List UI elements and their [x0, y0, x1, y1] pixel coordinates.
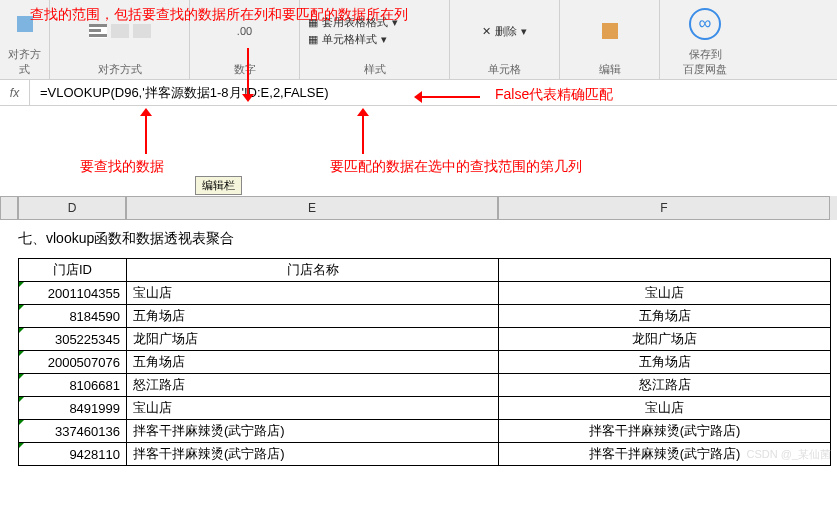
table-row: 8491999宝山店宝山店 — [19, 397, 831, 420]
table-row: 337460136拌客干拌麻辣烫(武宁路店)拌客干拌麻辣烫(武宁路店) — [19, 420, 831, 443]
ribbon-align-label: 对齐方式 — [8, 45, 41, 77]
edit-bar-tooltip: 编辑栏 — [195, 176, 242, 195]
col-header-e[interactable]: E — [126, 196, 498, 220]
ribbon-align2-label: 对齐方式 — [58, 60, 181, 77]
section-title: 七、vlookup函数和数据透视表聚合 — [0, 220, 837, 258]
data-table: 门店ID 门店名称 2001104355宝山店宝山店 8184590五角场店五角… — [18, 258, 831, 466]
table-row: 305225345龙阳广场店龙阳广场店 — [19, 328, 831, 351]
baidu-label: 保存到 百度网盘 — [668, 45, 742, 77]
table-header-row: 门店ID 门店名称 — [19, 259, 831, 282]
column-headers: D E F — [0, 196, 837, 220]
header-name[interactable]: 门店名称 — [127, 259, 499, 282]
col-header-f[interactable]: F — [498, 196, 830, 220]
align-left-icon[interactable] — [89, 24, 107, 38]
ribbon-style-label: 样式 — [308, 60, 441, 77]
delete-icon[interactable]: ✕ — [482, 25, 491, 38]
edit-icon[interactable] — [602, 23, 618, 39]
col-header-d[interactable]: D — [18, 196, 126, 220]
formula-input[interactable]: =VLOOKUP(D96,'拌客源数据1-8月'!D:E,2,FALSE) — [30, 80, 837, 105]
table-row: 8184590五角场店五角场店 — [19, 305, 831, 328]
increase-decimal-icon[interactable]: .00 — [237, 25, 252, 37]
table-row: 2001104355宝山店宝山店 — [19, 282, 831, 305]
annotation-col: 要匹配的数据在选中的查找范围的第几列 — [330, 158, 582, 176]
table-row: 9428110拌客干拌麻辣烫(武宁路店)拌客干拌麻辣烫(武宁路店) — [19, 443, 831, 466]
table-row: 2000507076五角场店五角场店 — [19, 351, 831, 374]
ribbon-cell-label: 单元格 — [458, 60, 551, 77]
worksheet: D E F 七、vlookup函数和数据透视表聚合 门店ID 门店名称 2001… — [0, 196, 837, 466]
cell-style-icon[interactable]: ▦ — [308, 33, 318, 46]
table-format-icon[interactable]: ▦ — [308, 16, 318, 29]
alignment-icon[interactable] — [17, 16, 33, 32]
fx-icon[interactable]: fx — [0, 80, 30, 105]
annotation-lookup: 要查找的数据 — [80, 158, 164, 176]
baidu-icon[interactable]: ∞ — [689, 8, 721, 40]
ribbon: 对齐方式 对齐方式 .00 数字 ▦ 套用表格格式 ▾ ▦ 单元格样式 ▾ 样式… — [0, 0, 837, 80]
ribbon-number-label: 数字 — [198, 60, 291, 77]
corner-cell[interactable] — [0, 196, 18, 220]
table-row: 8106681怒江路店怒江路店 — [19, 374, 831, 397]
align-right-icon[interactable] — [133, 24, 151, 38]
header-f[interactable] — [499, 259, 831, 282]
align-center-icon[interactable] — [111, 24, 129, 38]
ribbon-edit-label: 编辑 — [568, 60, 651, 77]
header-id[interactable]: 门店ID — [19, 259, 127, 282]
watermark: CSDN @_某仙菌 — [746, 447, 831, 462]
annotation-area: 要查找的数据 要匹配的数据在选中的查找范围的第几列 False代表精确匹配 编辑… — [0, 106, 837, 196]
